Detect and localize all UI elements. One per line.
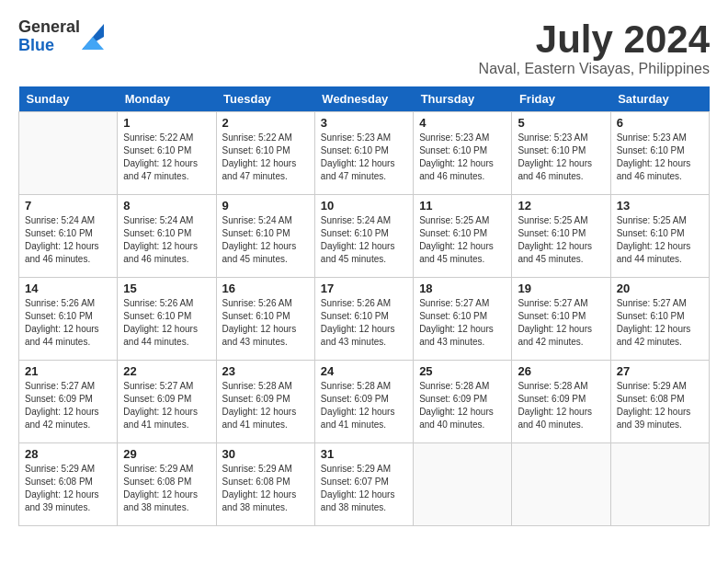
day-info: Sunrise: 5:24 AM Sunset: 6:10 PM Dayligh… xyxy=(123,214,210,266)
day-number: 24 xyxy=(321,364,407,378)
calendar-cell: 6Sunrise: 5:23 AM Sunset: 6:10 PM Daylig… xyxy=(610,112,709,195)
day-number: 19 xyxy=(518,282,604,295)
calendar-week-row: 1Sunrise: 5:22 AM Sunset: 6:10 PM Daylig… xyxy=(19,112,710,195)
day-number: 26 xyxy=(518,364,604,378)
calendar-cell xyxy=(414,443,512,526)
calendar-cell: 23Sunrise: 5:28 AM Sunset: 6:09 PM Dayli… xyxy=(216,361,314,443)
day-info: Sunrise: 5:28 AM Sunset: 6:09 PM Dayligh… xyxy=(518,380,604,431)
day-number: 10 xyxy=(321,199,407,213)
calendar-cell: 9Sunrise: 5:24 AM Sunset: 6:10 PM Daylig… xyxy=(216,195,314,278)
col-saturday: Saturday xyxy=(610,86,709,112)
calendar-cell: 10Sunrise: 5:24 AM Sunset: 6:10 PM Dayli… xyxy=(314,195,413,278)
day-number: 28 xyxy=(25,447,111,461)
day-number: 27 xyxy=(617,364,703,378)
day-info: Sunrise: 5:27 AM Sunset: 6:09 PM Dayligh… xyxy=(25,380,111,431)
day-number: 4 xyxy=(419,116,506,130)
day-info: Sunrise: 5:27 AM Sunset: 6:09 PM Dayligh… xyxy=(123,380,210,431)
calendar-cell: 13Sunrise: 5:25 AM Sunset: 6:10 PM Dayli… xyxy=(610,195,709,278)
col-thursday: Thursday xyxy=(414,86,512,112)
day-info: Sunrise: 5:29 AM Sunset: 6:08 PM Dayligh… xyxy=(25,463,111,514)
day-number: 5 xyxy=(518,116,604,130)
calendar-cell: 2Sunrise: 5:22 AM Sunset: 6:10 PM Daylig… xyxy=(216,112,314,195)
day-info: Sunrise: 5:25 AM Sunset: 6:10 PM Dayligh… xyxy=(419,214,506,266)
day-number: 12 xyxy=(518,199,604,213)
day-number: 30 xyxy=(222,447,309,461)
calendar-cell: 11Sunrise: 5:25 AM Sunset: 6:10 PM Dayli… xyxy=(414,195,512,278)
calendar-cell: 25Sunrise: 5:28 AM Sunset: 6:09 PM Dayli… xyxy=(414,361,512,443)
calendar-cell: 17Sunrise: 5:26 AM Sunset: 6:10 PM Dayli… xyxy=(314,278,413,361)
calendar-cell: 5Sunrise: 5:23 AM Sunset: 6:10 PM Daylig… xyxy=(512,112,610,195)
calendar-cell: 16Sunrise: 5:26 AM Sunset: 6:10 PM Dayli… xyxy=(216,278,314,361)
day-number: 20 xyxy=(617,282,703,295)
day-info: Sunrise: 5:22 AM Sunset: 6:10 PM Dayligh… xyxy=(123,132,210,183)
calendar-header-row: Sunday Monday Tuesday Wednesday Thursday… xyxy=(19,86,710,112)
calendar-week-row: 14Sunrise: 5:26 AM Sunset: 6:10 PM Dayli… xyxy=(19,278,710,361)
calendar-cell: 30Sunrise: 5:29 AM Sunset: 6:08 PM Dayli… xyxy=(216,443,314,526)
day-info: Sunrise: 5:22 AM Sunset: 6:10 PM Dayligh… xyxy=(222,132,309,183)
day-number: 3 xyxy=(321,116,407,130)
calendar-cell: 15Sunrise: 5:26 AM Sunset: 6:10 PM Dayli… xyxy=(118,278,216,361)
day-info: Sunrise: 5:24 AM Sunset: 6:10 PM Dayligh… xyxy=(25,214,111,266)
calendar-cell: 31Sunrise: 5:29 AM Sunset: 6:07 PM Dayli… xyxy=(314,443,413,526)
day-info: Sunrise: 5:26 AM Sunset: 6:10 PM Dayligh… xyxy=(25,297,111,349)
logo-icon xyxy=(82,24,104,50)
calendar-cell: 12Sunrise: 5:25 AM Sunset: 6:10 PM Dayli… xyxy=(512,195,610,278)
calendar-cell: 18Sunrise: 5:27 AM Sunset: 6:10 PM Dayli… xyxy=(414,278,512,361)
day-info: Sunrise: 5:27 AM Sunset: 6:10 PM Dayligh… xyxy=(617,297,703,349)
day-number: 9 xyxy=(222,199,309,213)
day-info: Sunrise: 5:25 AM Sunset: 6:10 PM Dayligh… xyxy=(617,214,703,266)
day-number: 13 xyxy=(617,199,703,213)
day-info: Sunrise: 5:28 AM Sunset: 6:09 PM Dayligh… xyxy=(321,380,407,431)
day-number: 31 xyxy=(321,447,407,461)
day-number: 29 xyxy=(123,447,210,461)
day-info: Sunrise: 5:27 AM Sunset: 6:10 PM Dayligh… xyxy=(518,297,604,349)
day-info: Sunrise: 5:29 AM Sunset: 6:08 PM Dayligh… xyxy=(617,380,703,431)
day-number: 21 xyxy=(25,364,111,378)
calendar-cell: 4Sunrise: 5:23 AM Sunset: 6:10 PM Daylig… xyxy=(414,112,512,195)
day-number: 22 xyxy=(123,364,210,378)
calendar-cell xyxy=(512,443,610,526)
day-number: 23 xyxy=(222,364,309,378)
day-number: 17 xyxy=(321,282,407,295)
calendar-week-row: 21Sunrise: 5:27 AM Sunset: 6:09 PM Dayli… xyxy=(19,361,710,443)
day-info: Sunrise: 5:24 AM Sunset: 6:10 PM Dayligh… xyxy=(222,214,309,266)
calendar-cell: 22Sunrise: 5:27 AM Sunset: 6:09 PM Dayli… xyxy=(118,361,216,443)
calendar-table: Sunday Monday Tuesday Wednesday Thursday… xyxy=(18,86,710,526)
day-info: Sunrise: 5:23 AM Sunset: 6:10 PM Dayligh… xyxy=(321,132,407,183)
day-info: Sunrise: 5:29 AM Sunset: 6:07 PM Dayligh… xyxy=(321,463,407,514)
title-block: July 2024 Naval, Eastern Visayas, Philip… xyxy=(479,18,710,77)
logo-blue: Blue xyxy=(18,37,80,55)
day-info: Sunrise: 5:29 AM Sunset: 6:08 PM Dayligh… xyxy=(123,463,210,514)
calendar-cell: 7Sunrise: 5:24 AM Sunset: 6:10 PM Daylig… xyxy=(19,195,118,278)
main-title: July 2024 xyxy=(479,18,710,61)
calendar-cell: 14Sunrise: 5:26 AM Sunset: 6:10 PM Dayli… xyxy=(19,278,118,361)
day-info: Sunrise: 5:23 AM Sunset: 6:10 PM Dayligh… xyxy=(419,132,506,183)
calendar-week-row: 28Sunrise: 5:29 AM Sunset: 6:08 PM Dayli… xyxy=(19,443,710,526)
logo-general: General xyxy=(18,18,80,37)
day-info: Sunrise: 5:25 AM Sunset: 6:10 PM Dayligh… xyxy=(518,214,604,266)
day-number: 16 xyxy=(222,282,309,295)
logo-text: General Blue xyxy=(18,18,80,55)
day-number: 11 xyxy=(419,199,506,213)
calendar-cell: 21Sunrise: 5:27 AM Sunset: 6:09 PM Dayli… xyxy=(19,361,118,443)
calendar-cell: 29Sunrise: 5:29 AM Sunset: 6:08 PM Dayli… xyxy=(118,443,216,526)
calendar-cell: 28Sunrise: 5:29 AM Sunset: 6:08 PM Dayli… xyxy=(19,443,118,526)
calendar-cell: 20Sunrise: 5:27 AM Sunset: 6:10 PM Dayli… xyxy=(610,278,709,361)
day-info: Sunrise: 5:26 AM Sunset: 6:10 PM Dayligh… xyxy=(222,297,309,349)
day-number: 25 xyxy=(419,364,506,378)
day-info: Sunrise: 5:23 AM Sunset: 6:10 PM Dayligh… xyxy=(518,132,604,183)
day-info: Sunrise: 5:23 AM Sunset: 6:10 PM Dayligh… xyxy=(617,132,703,183)
calendar-cell: 8Sunrise: 5:24 AM Sunset: 6:10 PM Daylig… xyxy=(118,195,216,278)
day-info: Sunrise: 5:26 AM Sunset: 6:10 PM Dayligh… xyxy=(123,297,210,349)
col-sunday: Sunday xyxy=(19,86,118,112)
day-number: 8 xyxy=(123,199,210,213)
day-number: 2 xyxy=(222,116,309,130)
calendar-cell: 1Sunrise: 5:22 AM Sunset: 6:10 PM Daylig… xyxy=(118,112,216,195)
col-wednesday: Wednesday xyxy=(314,86,413,112)
day-info: Sunrise: 5:24 AM Sunset: 6:10 PM Dayligh… xyxy=(321,214,407,266)
subtitle: Naval, Eastern Visayas, Philippines xyxy=(479,61,710,77)
calendar-cell: 3Sunrise: 5:23 AM Sunset: 6:10 PM Daylig… xyxy=(314,112,413,195)
col-friday: Friday xyxy=(512,86,610,112)
day-number: 15 xyxy=(123,282,210,295)
calendar-cell: 24Sunrise: 5:28 AM Sunset: 6:09 PM Dayli… xyxy=(314,361,413,443)
